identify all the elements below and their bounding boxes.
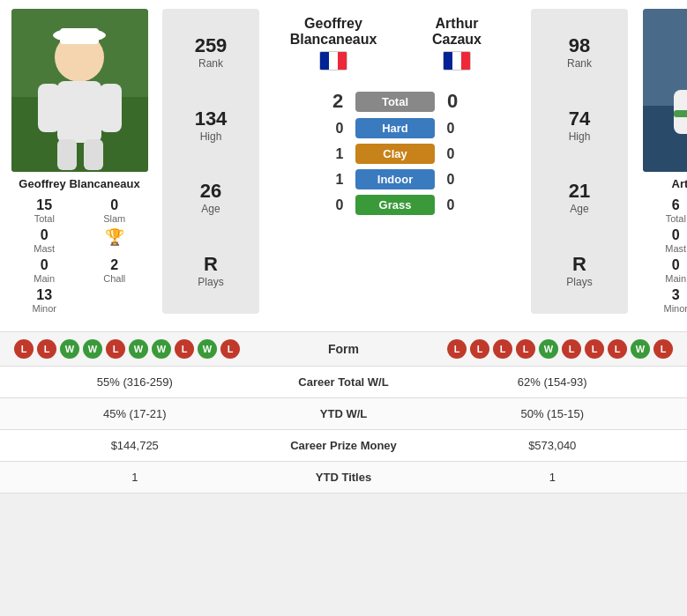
stat-row: 1 YTD Titles 1 bbox=[0, 462, 687, 494]
top-section: Geoffrey Blancaneaux 15 Total 0 Slam 0 M… bbox=[0, 0, 687, 323]
right-high-label: High bbox=[569, 130, 591, 143]
grass-right-score: 0 bbox=[442, 197, 459, 213]
right-flag bbox=[443, 51, 471, 76]
hard-left-score: 0 bbox=[331, 121, 348, 137]
stat-left: 1 bbox=[14, 471, 256, 484]
stat-left: 55% (316-259) bbox=[14, 375, 256, 389]
left-chall-value: 2 bbox=[110, 257, 118, 273]
left-rank-label: Rank bbox=[198, 57, 223, 70]
form-row: LLWWLWWLWL Form LLLLWLLLWL bbox=[0, 332, 687, 367]
total-left-score: 2 bbox=[327, 90, 348, 113]
left-main-cell: 0 Main bbox=[11, 257, 78, 284]
hard-badge: Hard bbox=[355, 118, 435, 138]
form-label: Form bbox=[291, 342, 397, 356]
right-mast-value: 0 bbox=[672, 227, 680, 243]
clay-left-score: 1 bbox=[331, 146, 348, 162]
form-badge: W bbox=[83, 339, 102, 359]
form-badge: L bbox=[14, 339, 34, 359]
right-age-stat: 21 Age bbox=[569, 180, 590, 215]
form-badge: L bbox=[653, 339, 673, 359]
svg-rect-9 bbox=[60, 28, 99, 44]
total-score-row: 2 Total 0 bbox=[263, 90, 527, 113]
left-high-label: High bbox=[200, 130, 222, 143]
left-slam-value: 0 bbox=[110, 197, 118, 213]
right-minor-label: Minor bbox=[663, 303, 687, 314]
left-chall-cell: 2 Chall bbox=[81, 257, 148, 284]
form-badge: W bbox=[129, 339, 148, 359]
stat-row: 55% (316-259) Career Total W/L 62% (154-… bbox=[0, 367, 687, 398]
left-trophy-icon: 🏆 bbox=[105, 227, 124, 247]
stat-row: $144,725 Career Prize Money $573,040 bbox=[0, 430, 687, 462]
svg-rect-4 bbox=[38, 84, 60, 132]
right-player-card: Arthur Cazaux 6 Total 0 Slam 0 Mast 🏆 bbox=[631, 9, 687, 314]
left-high-value: 134 bbox=[195, 108, 228, 130]
left-rank-value: 259 bbox=[195, 34, 228, 57]
score-rows: 2 Total 0 0 Hard 0 1 Clay 0 1 bbox=[263, 90, 527, 215]
form-badge: W bbox=[198, 339, 217, 359]
clay-badge: Clay bbox=[355, 144, 435, 164]
indoor-badge: Indoor bbox=[355, 169, 435, 189]
form-badge: W bbox=[539, 339, 558, 359]
stat-right: $573,040 bbox=[432, 439, 674, 452]
clay-right-score: 0 bbox=[442, 146, 459, 162]
left-main-label: Main bbox=[34, 273, 55, 284]
left-total-cell: 15 Total bbox=[11, 197, 78, 224]
center-section: Geoffrey Blancaneaux Arthur Cazaux 2 bbox=[263, 9, 527, 314]
right-middle-stats: 98 Rank 74 High 21 Age R Plays bbox=[531, 9, 628, 314]
svg-rect-6 bbox=[57, 139, 77, 170]
right-main-label: Main bbox=[665, 273, 686, 284]
svg-rect-5 bbox=[100, 84, 122, 132]
left-stats-grid: 15 Total 0 Slam 0 Mast 🏆 0 Main bbox=[11, 197, 148, 314]
stat-label: YTD Titles bbox=[256, 471, 432, 484]
right-plays-value: R bbox=[572, 253, 586, 276]
left-rank-stat: 259 Rank bbox=[195, 34, 228, 70]
main-container: Geoffrey Blancaneaux 15 Total 0 Slam 0 M… bbox=[0, 0, 687, 494]
grass-score-row: 0 Grass 0 bbox=[263, 195, 527, 215]
stat-label: Career Prize Money bbox=[256, 439, 432, 452]
stat-right: 62% (154-93) bbox=[432, 375, 674, 389]
left-player-card: Geoffrey Blancaneaux 15 Total 0 Slam 0 M… bbox=[0, 9, 159, 314]
right-high-stat: 74 High bbox=[569, 108, 591, 143]
left-trophy-cell: 🏆 bbox=[81, 227, 148, 254]
right-player-photo bbox=[643, 9, 688, 172]
form-badge: L bbox=[470, 339, 489, 359]
left-mast-value: 0 bbox=[41, 227, 49, 243]
form-badge: W bbox=[152, 339, 171, 359]
svg-rect-7 bbox=[84, 139, 103, 170]
right-rank-stat: 98 Rank bbox=[567, 34, 592, 70]
right-age-label: Age bbox=[570, 203, 588, 215]
left-slam-label: Slam bbox=[103, 213, 125, 224]
form-badge: L bbox=[585, 339, 604, 359]
form-badge: L bbox=[562, 339, 581, 359]
left-name-top: Geoffrey Blancaneaux bbox=[290, 16, 377, 48]
total-badge: Total bbox=[355, 92, 435, 112]
left-mast-cell: 0 Mast bbox=[11, 227, 78, 254]
left-total-label: Total bbox=[34, 213, 55, 224]
form-badge: L bbox=[608, 339, 627, 359]
stat-left: $144,725 bbox=[14, 439, 256, 452]
form-badge: L bbox=[37, 339, 56, 359]
left-minor-cell: 13 Minor bbox=[11, 287, 78, 314]
right-main-value: 0 bbox=[672, 257, 680, 273]
left-plays-stat: R Plays bbox=[198, 253, 223, 288]
svg-rect-20 bbox=[674, 110, 688, 117]
form-badge: L bbox=[447, 339, 467, 359]
right-plays-label: Plays bbox=[566, 276, 592, 288]
right-total-cell: 6 Total bbox=[643, 197, 688, 224]
left-name-flag: Geoffrey Blancaneaux bbox=[272, 16, 395, 81]
left-age-value: 26 bbox=[200, 180, 221, 203]
form-badge: L bbox=[106, 339, 125, 359]
svg-rect-3 bbox=[57, 81, 101, 143]
hard-score-row: 0 Hard 0 bbox=[263, 118, 527, 138]
left-age-stat: 26 Age bbox=[200, 180, 221, 215]
stat-right: 50% (15-15) bbox=[432, 407, 674, 420]
right-total-value: 6 bbox=[672, 197, 680, 213]
total-right-score: 0 bbox=[442, 90, 463, 113]
form-badge: L bbox=[175, 339, 194, 359]
right-high-value: 74 bbox=[569, 108, 590, 130]
right-rank-value: 98 bbox=[569, 34, 590, 57]
left-high-stat: 134 High bbox=[195, 108, 228, 143]
indoor-right-score: 0 bbox=[442, 172, 459, 188]
left-flag bbox=[319, 51, 347, 76]
clay-score-row: 1 Clay 0 bbox=[263, 144, 527, 164]
